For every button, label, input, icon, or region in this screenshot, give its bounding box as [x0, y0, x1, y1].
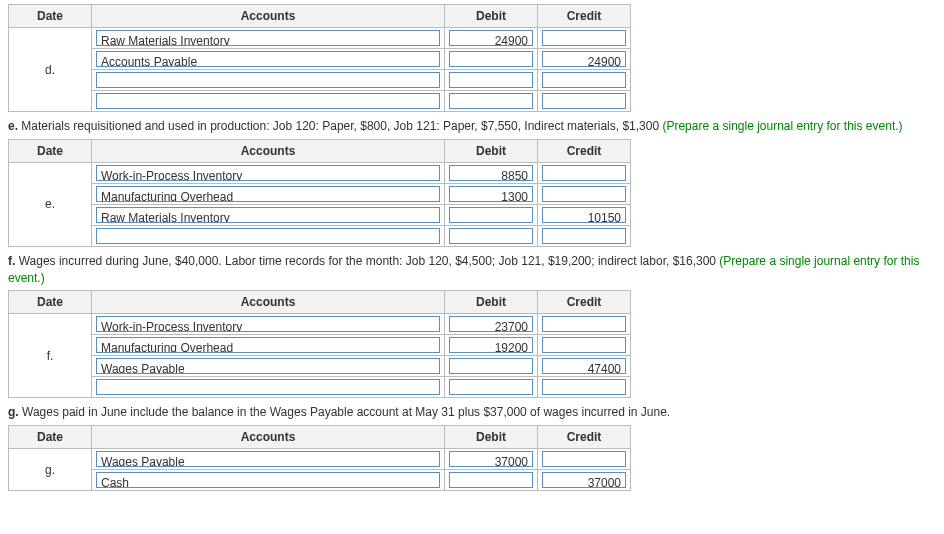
narrative-g: g. Wages paid in June include the balanc…: [8, 404, 936, 421]
credit-input[interactable]: 10150: [542, 207, 626, 223]
table-row: e.Work-in-Process Inventory8850: [9, 162, 631, 183]
debit-input[interactable]: [449, 72, 533, 88]
header-date: Date: [9, 139, 92, 162]
narrative-text: Materials requisitioned and used in prod…: [18, 119, 662, 133]
header-credit: Credit: [538, 291, 631, 314]
header-credit: Credit: [538, 426, 631, 449]
account-input[interactable]: Manufacturing Overhead: [96, 186, 440, 202]
narrative-letter: e.: [8, 119, 18, 133]
table-row: d.Raw Materials Inventory24900: [9, 28, 631, 49]
header-credit: Credit: [538, 139, 631, 162]
table-row: [9, 225, 631, 246]
date-label: e.: [9, 162, 92, 246]
debit-input[interactable]: 19200: [449, 337, 533, 353]
journal-table-d: DateAccountsDebitCreditd.Raw Materials I…: [8, 4, 631, 112]
date-label: g.: [9, 449, 92, 491]
header-debit: Debit: [445, 291, 538, 314]
debit-input[interactable]: 37000: [449, 451, 533, 467]
header-debit: Debit: [445, 426, 538, 449]
credit-input[interactable]: [542, 30, 626, 46]
header-date: Date: [9, 5, 92, 28]
debit-input[interactable]: [449, 93, 533, 109]
date-label: d.: [9, 28, 92, 112]
debit-input[interactable]: 1300: [449, 186, 533, 202]
debit-input[interactable]: [449, 207, 533, 223]
header-accounts: Accounts: [92, 5, 445, 28]
journal-table-f: DateAccountsDebitCreditf.Work-in-Process…: [8, 290, 631, 398]
header-debit: Debit: [445, 139, 538, 162]
credit-input[interactable]: [542, 379, 626, 395]
journal-table-e: DateAccountsDebitCredite.Work-in-Process…: [8, 139, 631, 247]
account-input[interactable]: [96, 379, 440, 395]
narrative-instruction: (Prepare a single journal entry for this…: [662, 119, 902, 133]
account-input[interactable]: Cash: [96, 472, 440, 488]
header-credit: Credit: [538, 5, 631, 28]
table-row: Manufacturing Overhead1300: [9, 183, 631, 204]
account-input[interactable]: Raw Materials Inventory: [96, 30, 440, 46]
journal-entry-e: e. Materials requisitioned and used in p…: [8, 118, 936, 247]
credit-input[interactable]: 24900: [542, 51, 626, 67]
account-input[interactable]: Accounts Payable: [96, 51, 440, 67]
narrative-text: Wages paid in June include the balance i…: [19, 405, 671, 419]
header-accounts: Accounts: [92, 291, 445, 314]
debit-input[interactable]: [449, 472, 533, 488]
account-input[interactable]: Work-in-Process Inventory: [96, 316, 440, 332]
account-input[interactable]: Wages Payable: [96, 358, 440, 374]
debit-input[interactable]: [449, 228, 533, 244]
date-label: f.: [9, 314, 92, 398]
header-accounts: Accounts: [92, 139, 445, 162]
account-input[interactable]: [96, 93, 440, 109]
header-date: Date: [9, 291, 92, 314]
credit-input[interactable]: [542, 165, 626, 181]
debit-input[interactable]: 23700: [449, 316, 533, 332]
table-row: Cash37000: [9, 470, 631, 491]
account-input[interactable]: Wages Payable: [96, 451, 440, 467]
narrative-e: e. Materials requisitioned and used in p…: [8, 118, 936, 135]
credit-input[interactable]: [542, 316, 626, 332]
credit-input[interactable]: [542, 93, 626, 109]
debit-input[interactable]: [449, 51, 533, 67]
journal-entry-f: f. Wages incurred during June, $40,000. …: [8, 253, 936, 399]
narrative-text: Wages incurred during June, $40,000. Lab…: [15, 254, 719, 268]
table-row: g.Wages Payable37000: [9, 449, 631, 470]
debit-input[interactable]: 8850: [449, 165, 533, 181]
credit-input[interactable]: [542, 186, 626, 202]
header-debit: Debit: [445, 5, 538, 28]
account-input[interactable]: Work-in-Process Inventory: [96, 165, 440, 181]
table-row: Accounts Payable24900: [9, 49, 631, 70]
credit-input[interactable]: 37000: [542, 472, 626, 488]
header-accounts: Accounts: [92, 426, 445, 449]
table-row: Wages Payable47400: [9, 356, 631, 377]
narrative-letter: g.: [8, 405, 19, 419]
journal-entry-d: DateAccountsDebitCreditd.Raw Materials I…: [8, 4, 936, 112]
table-row: [9, 377, 631, 398]
account-input[interactable]: Manufacturing Overhead: [96, 337, 440, 353]
journal-entry-g: g. Wages paid in June include the balanc…: [8, 404, 936, 491]
account-input[interactable]: [96, 72, 440, 88]
table-row: Raw Materials Inventory10150: [9, 204, 631, 225]
credit-input[interactable]: 47400: [542, 358, 626, 374]
account-input[interactable]: [96, 228, 440, 244]
narrative-f: f. Wages incurred during June, $40,000. …: [8, 253, 936, 287]
credit-input[interactable]: [542, 337, 626, 353]
credit-input[interactable]: [542, 228, 626, 244]
debit-input[interactable]: [449, 379, 533, 395]
debit-input[interactable]: 24900: [449, 30, 533, 46]
header-date: Date: [9, 426, 92, 449]
account-input[interactable]: Raw Materials Inventory: [96, 207, 440, 223]
credit-input[interactable]: [542, 72, 626, 88]
table-row: f.Work-in-Process Inventory23700: [9, 314, 631, 335]
credit-input[interactable]: [542, 451, 626, 467]
journal-table-g: DateAccountsDebitCreditg.Wages Payable37…: [8, 425, 631, 491]
table-row: [9, 70, 631, 91]
debit-input[interactable]: [449, 358, 533, 374]
table-row: [9, 91, 631, 112]
table-row: Manufacturing Overhead19200: [9, 335, 631, 356]
